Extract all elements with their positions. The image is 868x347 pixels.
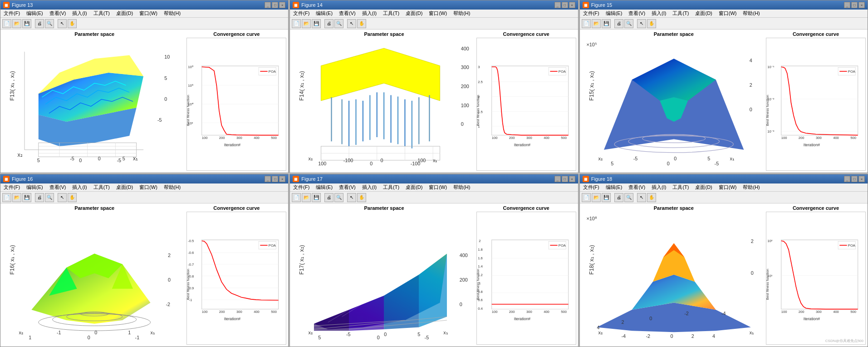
- menu-window-17[interactable]: 窗口(W): [427, 184, 448, 191]
- tb-zoom-13[interactable]: 🔍: [45, 19, 54, 28]
- tb-save-18[interactable]: 💾: [602, 193, 611, 202]
- menu-file-15[interactable]: 文件(F): [582, 10, 601, 17]
- tb-open-17[interactable]: 📂: [302, 193, 311, 202]
- tb-cursor-13[interactable]: ↖: [58, 19, 67, 28]
- minimize-13[interactable]: _: [265, 2, 271, 8]
- tb-save-15[interactable]: 💾: [602, 19, 611, 28]
- menu-insert-13[interactable]: 插入(I): [71, 10, 88, 17]
- tb-save-17[interactable]: 💾: [312, 193, 321, 202]
- menu-tools-16[interactable]: 工具(T): [92, 184, 111, 191]
- minimize-15[interactable]: _: [844, 2, 850, 8]
- close-15[interactable]: ×: [858, 2, 865, 8]
- menu-help-14[interactable]: 帮助(H): [452, 10, 471, 17]
- menu-window-13[interactable]: 窗口(W): [138, 10, 159, 17]
- minimize-18[interactable]: _: [844, 176, 850, 182]
- close-14[interactable]: ×: [569, 2, 575, 8]
- plot-3d-13[interactable]: F13( x₁ , x₂) x₁ x₂ 10 5 0 -5 5 0 -5 5 0…: [2, 38, 186, 171]
- menu-edit-18[interactable]: 编辑(E): [604, 184, 624, 191]
- close-13[interactable]: ×: [279, 2, 285, 8]
- plot-3d-17[interactable]: F17( x₁ , x₂) x₁ x₂ 400 200 0 5 0 -5 5 0…: [292, 212, 476, 345]
- tb-new-14[interactable]: 📄: [292, 19, 301, 28]
- maximize-13[interactable]: □: [272, 2, 278, 8]
- menu-file-14[interactable]: 文件(F): [292, 10, 311, 17]
- menu-file-13[interactable]: 文件(F): [2, 10, 21, 17]
- menu-view-15[interactable]: 查看(V): [627, 10, 647, 17]
- menu-window-14[interactable]: 窗口(W): [427, 10, 448, 17]
- menu-help-15[interactable]: 帮助(H): [741, 10, 761, 17]
- menu-desktop-18[interactable]: 桌面(D): [694, 184, 713, 191]
- menu-edit-15[interactable]: 编辑(E): [604, 10, 624, 17]
- tb-save-13[interactable]: 💾: [22, 19, 31, 28]
- tb-print-18[interactable]: 🖨: [614, 193, 623, 202]
- menu-tools-15[interactable]: 工具(T): [671, 10, 690, 17]
- close-16[interactable]: ×: [279, 176, 285, 182]
- conv-chart-14[interactable]: 3 2.5 2 1.5 1 100 200 300 400 500 Iterat…: [476, 38, 576, 171]
- tb-new-16[interactable]: 📄: [2, 193, 11, 202]
- tb-cursor-18[interactable]: ↖: [637, 193, 646, 202]
- tb-new-13[interactable]: 📄: [2, 19, 11, 28]
- tb-cursor-16[interactable]: ↖: [58, 193, 67, 202]
- maximize-16[interactable]: □: [272, 176, 278, 182]
- menu-desktop-17[interactable]: 桌面(D): [404, 184, 424, 191]
- maximize-17[interactable]: □: [562, 176, 568, 182]
- tb-print-15[interactable]: 🖨: [614, 19, 623, 28]
- conv-chart-17[interactable]: 2 1.8 1.6 1.4 1.2 1 0.8 0.6 0.4 100 200: [476, 212, 576, 345]
- menu-edit-13[interactable]: 编辑(E): [25, 10, 44, 17]
- tb-cursor-17[interactable]: ↖: [347, 193, 356, 202]
- maximize-15[interactable]: □: [851, 2, 858, 8]
- tb-open-16[interactable]: 📂: [12, 193, 21, 202]
- menu-tools-17[interactable]: 工具(T): [382, 184, 401, 191]
- tb-open-15[interactable]: 📂: [592, 19, 601, 28]
- menu-insert-16[interactable]: 插入(I): [71, 184, 88, 191]
- tb-print-16[interactable]: 🖨: [35, 193, 44, 202]
- menu-tools-18[interactable]: 工具(T): [671, 184, 690, 191]
- menu-insert-17[interactable]: 插入(I): [361, 184, 378, 191]
- menu-desktop-15[interactable]: 桌面(D): [694, 10, 713, 17]
- plot-3d-16[interactable]: F16( x₁ , x₂) x₁ x₂ 2 0 -2 1 0 -1 1 0 -1: [2, 212, 186, 345]
- tb-open-18[interactable]: 📂: [592, 193, 601, 202]
- tb-zoom-18[interactable]: 🔍: [624, 193, 633, 202]
- minimize-17[interactable]: _: [554, 176, 561, 182]
- tb-pan-14[interactable]: ✋: [357, 19, 366, 28]
- tb-pan-17[interactable]: ✋: [357, 193, 366, 202]
- menu-help-18[interactable]: 帮助(H): [741, 184, 761, 191]
- conv-chart-18[interactable]: 10² 10¹ 100 200 300 400 500 Iteration# P…: [766, 212, 866, 345]
- menu-insert-14[interactable]: 插入(I): [361, 10, 378, 17]
- minimize-14[interactable]: _: [554, 2, 561, 8]
- tb-zoom-15[interactable]: 🔍: [624, 19, 633, 28]
- close-18[interactable]: ×: [858, 176, 865, 182]
- menu-window-18[interactable]: 窗口(W): [717, 184, 738, 191]
- tb-open-14[interactable]: 📂: [302, 19, 311, 28]
- tb-new-17[interactable]: 📄: [292, 193, 301, 202]
- menu-desktop-13[interactable]: 桌面(D): [115, 10, 134, 17]
- tb-zoom-17[interactable]: 🔍: [334, 193, 343, 202]
- tb-zoom-14[interactable]: 🔍: [334, 19, 343, 28]
- tb-cursor-14[interactable]: ↖: [347, 19, 356, 28]
- menu-file-17[interactable]: 文件(F): [292, 184, 311, 191]
- menu-window-16[interactable]: 窗口(W): [138, 184, 159, 191]
- menu-window-15[interactable]: 窗口(W): [717, 10, 738, 17]
- tb-pan-13[interactable]: ✋: [68, 19, 77, 28]
- conv-chart-16[interactable]: -0.5 -0.6 -0.7 -0.8 -0.9 -1 100 200 300 …: [186, 212, 286, 345]
- menu-tools-14[interactable]: 工具(T): [382, 10, 401, 17]
- menu-help-17[interactable]: 帮助(H): [452, 184, 471, 191]
- tb-print-13[interactable]: 🖨: [35, 19, 44, 28]
- menu-help-13[interactable]: 帮助(H): [162, 10, 182, 17]
- menu-insert-15[interactable]: 插入(I): [650, 10, 667, 17]
- menu-help-16[interactable]: 帮助(H): [162, 184, 182, 191]
- menu-file-18[interactable]: 文件(F): [582, 184, 601, 191]
- conv-chart-13[interactable]: 10⁸ 10⁶ 10⁴ 10² 100 200 300 400 500 Iter…: [186, 38, 286, 171]
- tb-print-14[interactable]: 🖨: [324, 19, 333, 28]
- tb-print-17[interactable]: 🖨: [324, 193, 333, 202]
- menu-edit-16[interactable]: 编辑(E): [25, 184, 44, 191]
- tb-save-16[interactable]: 💾: [22, 193, 31, 202]
- menu-view-16[interactable]: 查看(V): [48, 184, 68, 191]
- tb-pan-16[interactable]: ✋: [68, 193, 77, 202]
- menu-insert-18[interactable]: 插入(I): [650, 184, 667, 191]
- menu-view-17[interactable]: 查看(V): [338, 184, 357, 191]
- tb-pan-18[interactable]: ✋: [647, 193, 656, 202]
- close-17[interactable]: ×: [569, 176, 575, 182]
- conv-chart-15[interactable]: 10⁻¹ 10⁻² 10⁻³ 100 200 300 400 500 Itera…: [766, 38, 866, 171]
- tb-new-18[interactable]: 📄: [582, 193, 591, 202]
- tb-zoom-16[interactable]: 🔍: [45, 193, 54, 202]
